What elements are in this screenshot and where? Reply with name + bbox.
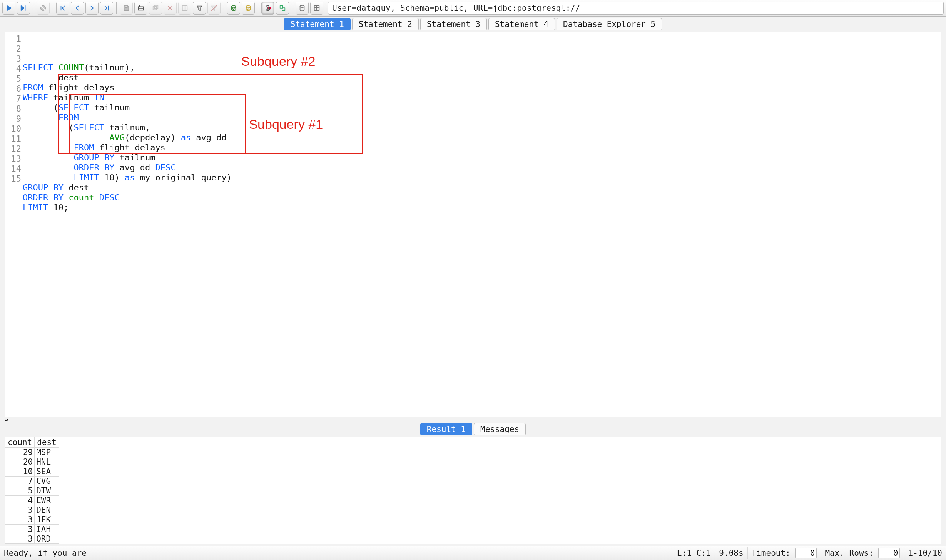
- col-dest[interactable]: dest: [35, 437, 59, 448]
- toolbar-separator: [258, 2, 258, 14]
- commit-button[interactable]: [227, 2, 240, 15]
- toolbar-separator: [33, 2, 33, 14]
- table-row[interactable]: 3DEN: [5, 505, 59, 515]
- svg-marker-1: [21, 6, 24, 11]
- svg-marker-0: [7, 6, 12, 11]
- filter-button[interactable]: [193, 2, 206, 15]
- table-row[interactable]: 4EWR: [5, 496, 59, 505]
- status-exec-time: 9.08s: [715, 547, 747, 559]
- sql-workbench-app: ! User=dataguy, Schema=public, URL=jdbc:…: [0, 0, 946, 560]
- toolbar-separator: [292, 2, 292, 14]
- statement-tabs: Statement 1Statement 2Statement 3Stateme…: [0, 17, 946, 32]
- status-message: Ready, if you are: [0, 547, 673, 559]
- annotation-subquery1-label: Subquery #1: [249, 117, 323, 132]
- svg-point-25: [300, 5, 304, 7]
- code-area[interactable]: SELECT COUNT(tailnum), destFROM flight_d…: [23, 32, 941, 417]
- sql-editor[interactable]: 123456789101112131415 SELECT COUNT(tailn…: [5, 32, 941, 417]
- table-row[interactable]: 5DTW: [5, 486, 59, 496]
- table-row[interactable]: 10SEA: [5, 467, 59, 477]
- statement-tab-5[interactable]: Database Explorer 5: [557, 18, 662, 30]
- delete-row-button[interactable]: [164, 2, 177, 15]
- toolbar-separator: [224, 2, 224, 14]
- result-tabs: Result 1Messages: [0, 422, 946, 437]
- copy-row-button[interactable]: [149, 2, 162, 15]
- table-row[interactable]: 3ORD: [5, 534, 59, 544]
- database-button[interactable]: [296, 2, 309, 15]
- table-row[interactable]: 3IAH: [5, 525, 59, 534]
- status-cursor-pos: L:1 C:1: [673, 547, 715, 559]
- last-record-button[interactable]: [100, 2, 113, 15]
- next-record-button[interactable]: [85, 2, 99, 15]
- run-button[interactable]: [2, 2, 15, 15]
- insert-row-button[interactable]: [134, 2, 147, 15]
- rollback-button[interactable]: [242, 2, 255, 15]
- prev-record-button[interactable]: [71, 2, 84, 15]
- table-row[interactable]: 7CVG: [5, 477, 59, 486]
- status-timeout: Timeout:: [748, 546, 821, 560]
- status-row-range: 1-10/10: [904, 547, 946, 559]
- run-current-button[interactable]: [17, 2, 30, 15]
- table-row[interactable]: 20HNL: [5, 457, 59, 467]
- svg-point-19: [246, 6, 251, 8]
- statement-tab-1[interactable]: Statement 1: [284, 18, 351, 30]
- toolbar: ! User=dataguy, Schema=public, URL=jdbc:…: [0, 0, 946, 17]
- statement-tab-3[interactable]: Statement 3: [420, 18, 487, 30]
- db-explorer-button[interactable]: [310, 2, 323, 15]
- timeout-input[interactable]: [795, 548, 817, 558]
- status-bar: Ready, if you are L:1 C:1 9.08s Timeout:…: [0, 546, 946, 560]
- line-gutter: 123456789101112131415: [5, 32, 23, 417]
- toolbar-separator: [116, 2, 117, 14]
- result-tab-0[interactable]: Result 1: [420, 423, 472, 435]
- connection-string: User=dataguy, Schema=public, URL=jdbc:po…: [328, 2, 944, 15]
- result-tab-1[interactable]: Messages: [474, 423, 526, 435]
- save-button[interactable]: [120, 2, 133, 15]
- status-maxrows: Max. Rows:: [821, 546, 904, 560]
- svg-rect-7: [125, 6, 127, 8]
- svg-rect-11: [154, 5, 158, 9]
- first-record-button[interactable]: [56, 2, 69, 15]
- reconnect-button[interactable]: !: [261, 2, 274, 15]
- splitter[interactable]: ▴▾: [5, 417, 941, 422]
- svg-rect-14: [182, 6, 187, 11]
- statement-tab-2[interactable]: Statement 2: [352, 18, 419, 30]
- annotation-subquery2-label: Subquery #2: [241, 54, 316, 69]
- svg-rect-10: [153, 7, 157, 10]
- append-results-button[interactable]: [276, 2, 289, 15]
- statement-tab-4[interactable]: Statement 4: [488, 18, 555, 30]
- svg-text:!: !: [269, 7, 270, 10]
- maxrows-input[interactable]: [878, 548, 900, 558]
- toolbar-separator: [53, 2, 53, 14]
- stop-button[interactable]: [37, 2, 50, 15]
- table-row[interactable]: 29MSP: [5, 448, 59, 457]
- table-row[interactable]: 3JFK: [5, 515, 59, 525]
- select-columns-button[interactable]: [178, 2, 191, 15]
- clear-filter-button[interactable]: [207, 2, 221, 15]
- col-count[interactable]: count: [5, 437, 35, 448]
- results-table[interactable]: countdest 29MSP20HNL10SEA7CVG5DTW4EWR3DE…: [5, 437, 59, 544]
- results-panel: countdest 29MSP20HNL10SEA7CVG5DTW4EWR3DE…: [5, 437, 941, 544]
